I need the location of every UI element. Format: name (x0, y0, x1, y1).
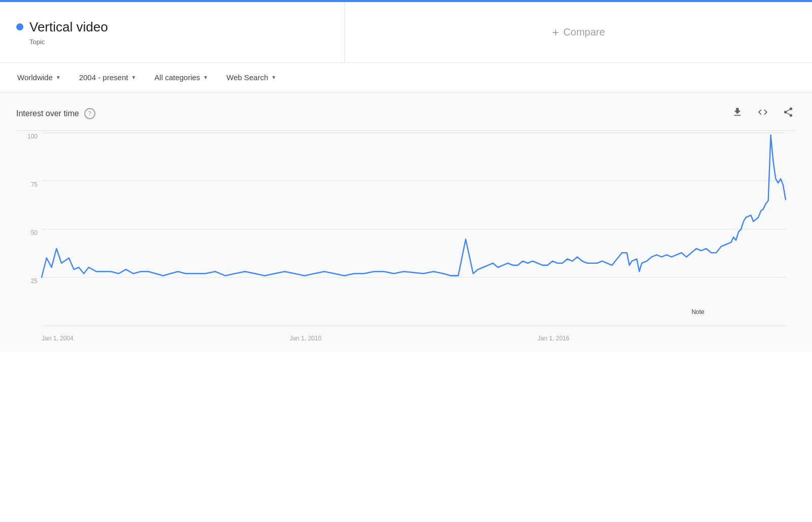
y-axis-labels: 100 75 50 25 (16, 133, 42, 326)
chart-section: Interest over time ? 10 (0, 92, 812, 352)
filter-timerange-label: 2004 - present (79, 73, 128, 82)
search-term-header: Vertical video (16, 19, 328, 35)
x-label-2004: Jan 1, 2004 (42, 335, 74, 342)
chart-container: 100 75 50 25 Jan 1, 2004 J (16, 133, 796, 346)
chart-header: Interest over time ? (16, 105, 796, 122)
search-term-title: Vertical video (29, 19, 108, 35)
term-color-dot (16, 23, 23, 30)
filter-category-arrow: ▼ (203, 75, 208, 80)
y-label-100: 100 (16, 133, 42, 140)
x-axis-labels: Jan 1, 2004 Jan 1, 2010 Jan 1, 2016 (42, 335, 786, 342)
chart-title-area: Interest over time ? (16, 108, 95, 119)
share-button[interactable] (781, 105, 796, 122)
y-label-25: 25 (16, 277, 42, 285)
filter-timerange-arrow: ▼ (131, 75, 136, 80)
x-label-2010: Jan 1, 2010 (290, 335, 322, 342)
chart-title: Interest over time (16, 109, 79, 118)
download-button[interactable] (730, 105, 745, 122)
chart-actions (730, 105, 796, 122)
search-term-panel: Vertical video Topic (0, 2, 345, 62)
y-label-50: 50 (16, 229, 42, 236)
filter-location-arrow: ▼ (56, 75, 61, 80)
filter-searchtype-arrow: ▼ (272, 75, 277, 80)
note-label: Note (692, 308, 704, 316)
chart-svg-area (42, 133, 786, 326)
x-label-2016: Jan 1, 2016 (537, 335, 569, 342)
filter-location[interactable]: Worldwide ▼ (16, 71, 62, 84)
search-term-subtitle: Topic (29, 38, 328, 46)
filter-category-label: All categories (154, 73, 200, 82)
filter-timerange[interactable]: 2004 - present ▼ (78, 71, 138, 84)
filter-location-label: Worldwide (17, 73, 53, 82)
filter-searchtype[interactable]: Web Search ▼ (225, 71, 277, 84)
y-label-75: 75 (16, 181, 42, 188)
filter-row: Worldwide ▼ 2004 - present ▼ All categor… (0, 63, 812, 92)
compare-label: Compare (563, 26, 605, 38)
compare-button[interactable]: + Compare (345, 2, 812, 62)
embed-button[interactable] (755, 105, 770, 122)
filter-category[interactable]: All categories ▼ (153, 71, 209, 84)
search-row: Vertical video Topic + Compare (0, 2, 812, 63)
line-chart-svg (42, 133, 786, 326)
filter-searchtype-label: Web Search (226, 73, 268, 82)
help-icon[interactable]: ? (84, 108, 95, 119)
chart-divider (16, 130, 796, 131)
compare-plus-icon: + (552, 25, 559, 40)
